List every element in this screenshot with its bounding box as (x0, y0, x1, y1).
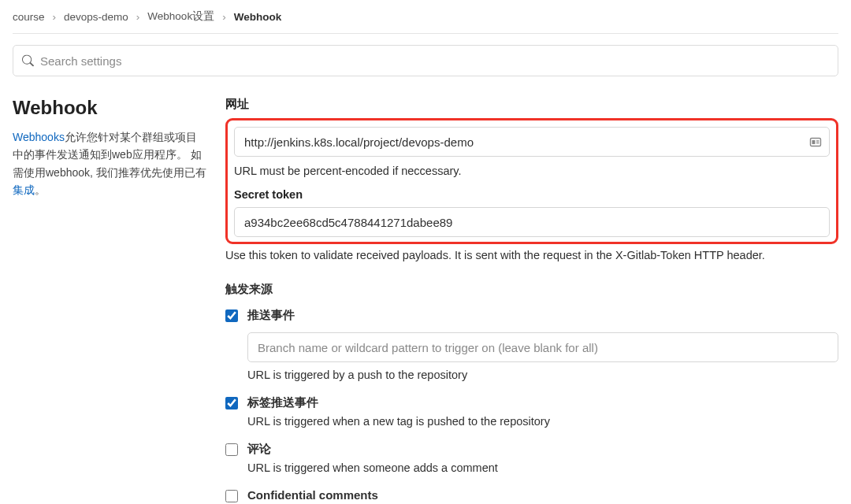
svg-rect-1 (812, 140, 816, 144)
page-description: Webhooks允许您针对某个群组或项目中的事件发送通知到web应用程序。 如需… (13, 128, 206, 199)
trigger-push: 推送事件 URL is triggered by a push to the r… (225, 308, 838, 381)
page-title: Webhook (13, 97, 206, 119)
tag-desc: URL is triggered when a new tag is pushe… (247, 415, 838, 428)
chevron-right-icon: › (222, 11, 226, 23)
tag-checkbox[interactable] (225, 397, 238, 410)
comment-desc: URL is triggered when someone adds a com… (247, 461, 838, 474)
comment-checkbox[interactable] (225, 443, 238, 456)
trigger-tag: 标签推送事件 URL is triggered when a new tag i… (225, 395, 838, 428)
token-help-text: Use this token to validate received payl… (225, 249, 838, 261)
breadcrumb-item[interactable]: course (13, 11, 45, 23)
sidebar-description: Webhook Webhooks允许您针对某个群组或项目中的事件发送通知到web… (13, 97, 206, 504)
search-icon (22, 55, 34, 67)
svg-rect-0 (811, 139, 821, 146)
tag-label: 标签推送事件 (247, 395, 838, 410)
conf-comment-label: Confidential comments (247, 488, 838, 502)
token-label: Secret token (234, 188, 830, 201)
confidential-comment-checkbox[interactable] (225, 490, 238, 502)
chevron-right-icon: › (136, 11, 140, 23)
breadcrumb-item[interactable]: devops-demo (64, 11, 128, 23)
push-checkbox[interactable] (225, 309, 238, 322)
clipboard-icon[interactable] (809, 135, 822, 148)
push-desc: URL is triggered by a push to the reposi… (247, 369, 838, 381)
search-input[interactable] (13, 45, 838, 76)
url-input[interactable] (234, 127, 830, 157)
push-label: 推送事件 (247, 308, 838, 323)
branch-filter-input[interactable] (247, 332, 838, 362)
comment-label: 评论 (247, 442, 838, 457)
url-label: 网址 (225, 97, 838, 112)
triggers-label: 触发来源 (225, 282, 838, 297)
breadcrumb-item[interactable]: Webhook设置 (147, 9, 214, 24)
url-help-text: URL must be percent-encoded if neccessar… (234, 165, 830, 177)
secret-token-input[interactable] (234, 207, 830, 237)
highlight-box: URL must be percent-encoded if neccessar… (225, 118, 838, 244)
chevron-right-icon: › (53, 11, 57, 23)
breadcrumb-current: Webhook (234, 11, 282, 23)
breadcrumb: course › devops-demo › Webhook设置 › Webho… (13, 9, 838, 34)
search-container (13, 45, 838, 76)
form-main: 网址 URL must be percent-encoded if necces… (225, 97, 838, 504)
integrations-link[interactable]: 集成 (13, 183, 35, 196)
trigger-confidential-comment: Confidential comments URL is triggered w… (225, 488, 838, 504)
webhooks-link[interactable]: Webhooks (13, 131, 65, 143)
trigger-comment: 评论 URL is triggered when someone adds a … (225, 442, 838, 474)
